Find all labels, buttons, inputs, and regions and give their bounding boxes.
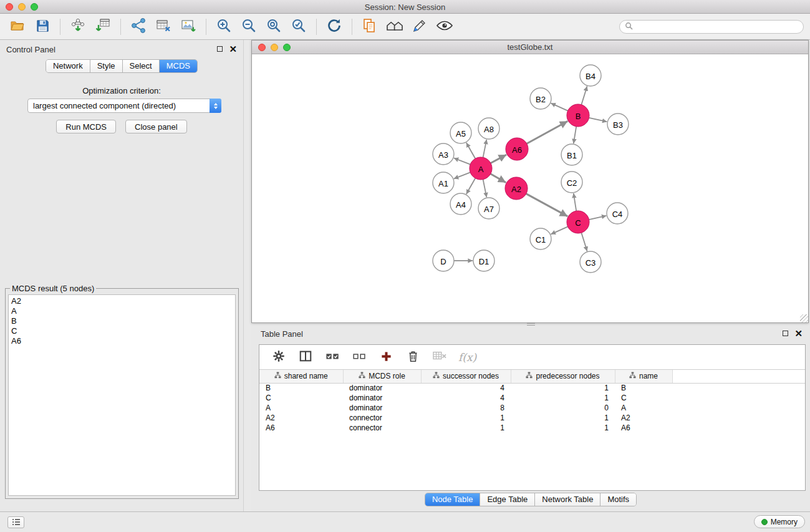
export-image-button[interactable] bbox=[176, 16, 201, 37]
float-table-panel-icon[interactable] bbox=[783, 331, 788, 336]
table-cell[interactable]: 1 bbox=[421, 413, 511, 423]
graph-edge-A-A3[interactable] bbox=[454, 158, 470, 164]
graph-node-C4[interactable]: C4 bbox=[607, 203, 628, 224]
mcds-result-item[interactable]: C bbox=[11, 326, 233, 336]
graph-node-A3[interactable]: A3 bbox=[433, 143, 454, 165]
new-network-button[interactable] bbox=[126, 16, 151, 37]
graph-node-A[interactable]: A bbox=[470, 157, 492, 180]
column-header-mcds-role[interactable]: MCDS role bbox=[343, 370, 421, 383]
style-pen-button[interactable] bbox=[407, 16, 432, 37]
table-row[interactable]: A2connector11A2 bbox=[259, 413, 805, 423]
network-window-titlebar[interactable]: testGlobe.txt bbox=[252, 41, 808, 54]
criterion-dropdown[interactable]: largest connected component (directed) bbox=[27, 99, 221, 113]
graph-node-D[interactable]: D bbox=[433, 250, 454, 271]
table-cell[interactable]: 1 bbox=[511, 413, 615, 423]
tab-node-table[interactable]: Node Table bbox=[425, 493, 480, 506]
graph-node-C1[interactable]: C1 bbox=[530, 228, 551, 249]
tab-mcds[interactable]: MCDS bbox=[159, 60, 197, 72]
graph-edge-B-B4[interactable] bbox=[581, 86, 587, 105]
run-mcds-button[interactable]: Run MCDS bbox=[56, 120, 116, 133]
table-cell[interactable]: dominator bbox=[343, 383, 421, 393]
graph-node-A4[interactable]: A4 bbox=[450, 193, 471, 215]
tab-network[interactable]: Network bbox=[46, 60, 90, 72]
graph-edge-A-A7[interactable] bbox=[483, 180, 487, 198]
mcds-result-list[interactable]: A2ABCA6 bbox=[8, 294, 236, 496]
tab-edge-table[interactable]: Edge Table bbox=[480, 493, 534, 506]
tab-network-table[interactable]: Network Table bbox=[534, 493, 600, 506]
task-history-button[interactable] bbox=[7, 516, 24, 528]
graph-node-A2[interactable]: A2 bbox=[505, 177, 528, 200]
import-table-button[interactable] bbox=[90, 16, 115, 37]
eye-button[interactable] bbox=[432, 16, 457, 37]
graph-edge-A6-B[interactable] bbox=[527, 121, 568, 143]
table-cell[interactable]: B bbox=[259, 383, 343, 393]
table-cell[interactable]: B bbox=[615, 383, 672, 393]
graph-edge-B-B2[interactable] bbox=[551, 103, 567, 110]
table-row[interactable]: A6connector11A6 bbox=[259, 423, 805, 433]
table-cell[interactable]: A bbox=[615, 403, 672, 413]
graph-node-B1[interactable]: B1 bbox=[561, 144, 582, 165]
memory-button[interactable]: Memory bbox=[754, 515, 805, 528]
table-cell[interactable]: A2 bbox=[259, 413, 343, 423]
columns-button[interactable] bbox=[297, 349, 314, 366]
delete-table-button[interactable] bbox=[432, 349, 448, 366]
network-table-button[interactable] bbox=[151, 16, 176, 37]
graph-node-B4[interactable]: B4 bbox=[580, 65, 601, 86]
home-button[interactable] bbox=[382, 16, 407, 37]
graph-node-B[interactable]: B bbox=[567, 104, 589, 127]
table-cell[interactable]: connector bbox=[343, 423, 421, 433]
graph-node-A6[interactable]: A6 bbox=[506, 138, 528, 160]
network-canvas[interactable]: B4B2BB3A5A8A6B1A3AC2A1A2A4A7C4CC1C3DD1 bbox=[252, 54, 808, 322]
table-cell[interactable]: 8 bbox=[421, 403, 511, 413]
graph-node-A7[interactable]: A7 bbox=[478, 198, 499, 219]
close-panel-icon[interactable]: ✕ bbox=[229, 46, 237, 52]
graph-edge-C-C2[interactable] bbox=[574, 193, 576, 211]
graph-node-B3[interactable]: B3 bbox=[607, 114, 629, 135]
table-cell[interactable]: 1 bbox=[511, 393, 615, 403]
mcds-result-item[interactable]: A2 bbox=[11, 296, 233, 306]
graph-edge-A-A1[interactable] bbox=[454, 172, 470, 178]
graph-node-A8[interactable]: A8 bbox=[478, 118, 499, 139]
network-zoom-button[interactable] bbox=[283, 44, 291, 51]
save-button[interactable] bbox=[30, 16, 55, 37]
column-header-predecessor-nodes[interactable]: predecessor nodes bbox=[511, 370, 615, 383]
table-cell[interactable]: dominator bbox=[343, 393, 421, 403]
table-row[interactable]: Bdominator41B bbox=[259, 383, 805, 393]
table-cell[interactable]: C bbox=[615, 393, 672, 403]
close-table-panel-icon[interactable]: ✕ bbox=[794, 330, 803, 337]
select-all-button[interactable] bbox=[324, 349, 340, 366]
graph-edge-C-C1[interactable] bbox=[551, 226, 567, 234]
graph-node-D1[interactable]: D1 bbox=[473, 250, 494, 271]
copy-document-button[interactable] bbox=[357, 16, 382, 37]
mcds-result-item[interactable]: B bbox=[11, 316, 233, 326]
gear-button[interactable] bbox=[271, 349, 287, 366]
tab-style[interactable]: Style bbox=[90, 60, 122, 72]
graph-edge-B-B3[interactable] bbox=[589, 118, 607, 122]
trash-button[interactable] bbox=[405, 349, 421, 366]
search-input[interactable] bbox=[636, 22, 798, 31]
table-cell[interactable]: dominator bbox=[343, 403, 421, 413]
mcds-result-item[interactable]: A bbox=[11, 306, 233, 316]
table-cell[interactable]: A2 bbox=[615, 413, 672, 423]
graph-node-A5[interactable]: A5 bbox=[450, 122, 471, 143]
graph-edge-C-C3[interactable] bbox=[581, 233, 587, 251]
table-cell[interactable]: connector bbox=[343, 413, 421, 423]
graph-node-A1[interactable]: A1 bbox=[433, 172, 454, 193]
float-panel-icon[interactable] bbox=[217, 46, 223, 52]
network-close-button[interactable] bbox=[258, 44, 266, 51]
table-cell[interactable]: 0 bbox=[511, 403, 615, 413]
window-resize-grip[interactable] bbox=[800, 314, 808, 322]
graph-edge-A2-C[interactable] bbox=[526, 194, 568, 216]
graph-node-C2[interactable]: C2 bbox=[561, 172, 582, 193]
table-cell[interactable]: 1 bbox=[421, 423, 511, 433]
graph-edge-A-A8[interactable] bbox=[483, 140, 487, 158]
open-folder-button[interactable] bbox=[5, 16, 30, 37]
table-cell[interactable]: A6 bbox=[259, 423, 343, 433]
tab-select[interactable]: Select bbox=[122, 60, 159, 72]
tab-motifs[interactable]: Motifs bbox=[600, 493, 636, 506]
close-panel-button[interactable]: Close panel bbox=[125, 120, 187, 133]
table-cell[interactable]: C bbox=[259, 393, 343, 403]
table-row[interactable]: Cdominator41C bbox=[259, 393, 805, 403]
zoom-selected-button[interactable] bbox=[286, 16, 311, 37]
column-header-name[interactable]: name bbox=[615, 370, 672, 383]
